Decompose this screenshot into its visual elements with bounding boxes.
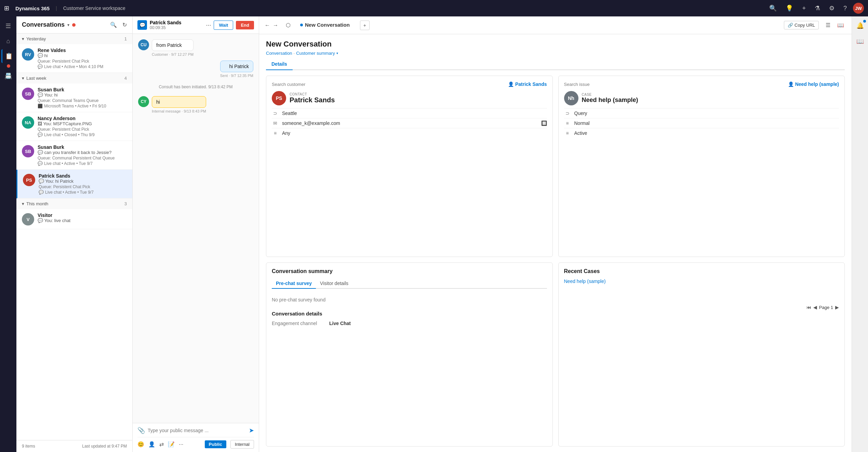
recent-cases-title: Recent Cases <box>564 268 839 274</box>
msg-bubble-internal-hi: hi <box>152 96 206 108</box>
pop-out-icon[interactable]: ⬡ <box>286 22 291 28</box>
person-icon[interactable]: 👤 <box>148 441 155 448</box>
conv-status-susan2: 💬 Live chat • Active • Tue 9/7 <box>38 161 127 166</box>
contact-location: Seattle <box>282 111 297 116</box>
chat-timer: 00:09:35 <box>150 25 203 30</box>
attachment-icon[interactable]: 📎 <box>137 427 145 434</box>
conversations-chevron[interactable]: ▾ <box>67 23 69 27</box>
forward-icon[interactable]: → <box>273 22 278 28</box>
breadcrumb-chevron[interactable]: ▾ <box>336 51 338 55</box>
case-contact-row: Nh Case Need help (sample) <box>564 91 839 105</box>
sidebar-search-icon[interactable]: 🔍 <box>110 22 117 28</box>
contact-any: Any <box>282 130 290 136</box>
first-page-icon[interactable]: ⏮ <box>806 305 811 310</box>
end-button[interactable]: End <box>236 21 254 29</box>
internal-button[interactable]: Internal <box>230 440 254 449</box>
notes-icon[interactable]: 📝 <box>168 441 175 448</box>
chat-icon-nancy: 💬 <box>38 132 43 137</box>
customer-search-value[interactable]: 👤 Patrick Sands <box>508 81 547 87</box>
send-icon[interactable]: ➤ <box>249 427 254 434</box>
help-icon[interactable]: ? <box>843 5 847 12</box>
any-icon: ≡ <box>272 130 279 136</box>
sidebar-conversations-icon[interactable]: 📋 <box>1 49 15 63</box>
chat-contact-name: Patrick Sands <box>150 20 203 25</box>
group-thismonth[interactable]: ▾ This month 3 <box>16 198 132 209</box>
conv-item-nancy[interactable]: NA Nancy Anderson 🖼 You: MSFTCapture.PNG… <box>16 112 132 141</box>
chat-panel: 💬 Patrick Sands 00:09:35 ··· Wait End CU… <box>133 16 259 452</box>
search-icon[interactable]: 🔍 <box>769 4 777 12</box>
case-name: Need help (sample) <box>582 96 638 104</box>
case-detail-normal: ≡ Normal <box>564 118 839 128</box>
tab-dot <box>300 24 303 26</box>
tab-new-conversation[interactable]: New Conversation <box>295 20 355 30</box>
conv-avatar-v: V <box>22 213 34 225</box>
conv-name-rene: Rene Valdes <box>38 48 127 53</box>
sidebar-home-icon[interactable]: ☰ <box>1 19 15 33</box>
plus-icon[interactable]: + <box>802 5 806 12</box>
conv-item-susan2[interactable]: SB Susan Burk 💬 can you transfer it back… <box>16 141 132 170</box>
conv-item-patrick[interactable]: PS Patrick Sands 💬 You: hi Patrick Queue… <box>16 170 132 198</box>
sidebar-refresh-icon[interactable]: ↻ <box>122 22 127 28</box>
far-left-sidebar: ☰ ⌂ 📋 📇 <box>0 16 16 452</box>
tab-add-button[interactable]: + <box>360 21 370 30</box>
group-lastweek[interactable]: ▾ Last week 4 <box>16 73 132 83</box>
prev-page-icon[interactable]: ◀ <box>813 305 817 310</box>
email-copy-icon[interactable]: 🔲 <box>541 120 547 126</box>
msg-content-internal-hi: hi Internal message · 9/13 8:43 PM <box>152 96 206 113</box>
filter-icon[interactable]: ⚗ <box>815 4 820 12</box>
notifications-icon[interactable]: 🔔 <box>854 19 867 32</box>
side-panel-icon[interactable]: ☰ <box>826 22 830 28</box>
chat-header-actions: ··· Wait End <box>206 21 254 30</box>
conv-info-susan1: Susan Burk 💬 You: hi Queue: Communal Tea… <box>38 87 127 108</box>
breadcrumb-summary[interactable]: Customer summary <box>296 51 335 56</box>
tab-details[interactable]: Details <box>266 59 293 70</box>
chat-header: 💬 Patrick Sands 00:09:35 ··· Wait End <box>133 16 259 34</box>
tab-visitor-details[interactable]: Visitor details <box>316 279 352 289</box>
breadcrumb-conversation[interactable]: Conversation <box>266 51 292 56</box>
chat-input[interactable] <box>148 428 246 433</box>
user-avatar[interactable]: JW <box>853 3 864 14</box>
conv-name-nancy: Nancy Anderson <box>38 116 127 121</box>
chat-dots-menu[interactable]: ··· <box>206 22 211 29</box>
conv-queue-susan2: Queue: Communal Persistent Chat Queue <box>38 156 127 160</box>
page-title: New Conversation <box>266 40 845 49</box>
lightbulb-icon[interactable]: 💡 <box>786 4 793 12</box>
recent-case-link[interactable]: Need help (sample) <box>564 279 839 284</box>
chat-input-area: 📎 ➤ 😊 👤 ⇄ 📝 ··· Public Internal <box>133 423 259 452</box>
public-button[interactable]: Public <box>205 440 226 448</box>
grid-icon[interactable]: ⊞ <box>4 4 9 12</box>
rp-title-area: New Conversation Conversation · Customer… <box>259 34 852 70</box>
contact-detail-location: ⊃ Seattle <box>272 108 547 118</box>
conv-item-susan1[interactable]: SB Susan Burk 💬 You: hi Queue: Communal … <box>16 83 132 112</box>
sidebar-home2-icon[interactable]: ⌂ <box>1 34 15 48</box>
customer-person-icon: 👤 <box>508 81 514 87</box>
app-name: Dynamics 365 <box>15 5 50 11</box>
kb-icon[interactable]: 📖 <box>837 22 844 28</box>
conversations-header: Conversations ▾ 🔍 ↻ <box>16 16 132 34</box>
conv-info-susan2: Susan Burk 💬 can you transfer it back to… <box>38 144 127 166</box>
sidebar-contacts-icon[interactable]: 📇 <box>1 69 15 83</box>
back-icon[interactable]: ← <box>265 22 270 28</box>
emoji-icon[interactable]: 😊 <box>137 441 144 448</box>
conv-item-rene[interactable]: RV Rene Valdes 💬 hi Queue: Persistent Ch… <box>16 44 132 73</box>
tab-prechat-survey[interactable]: Pre-chat survey <box>272 279 316 289</box>
contact-avatar: PS <box>272 91 286 105</box>
next-page-icon[interactable]: ▶ <box>835 305 839 310</box>
case-search-value[interactable]: 👤 Need help (sample) <box>788 81 839 87</box>
group-thismonth-label: This month <box>26 201 48 206</box>
group-yesterday[interactable]: ▾ Yesterday 1 <box>16 34 132 44</box>
chat-icon-patrick: 💬 <box>39 190 44 195</box>
case-search-label: Search issue <box>564 82 590 87</box>
case-normal-icon: ≡ <box>564 120 571 126</box>
more-tools-icon[interactable]: ··· <box>179 441 183 448</box>
copy-url-button[interactable]: 🔗 Copy URL <box>784 21 819 29</box>
conv-info-visitor: Visitor 💬 You: live chat <box>38 212 127 223</box>
conv-item-visitor[interactable]: V Visitor 💬 You: live chat <box>16 209 132 229</box>
transfer-icon[interactable]: ⇄ <box>159 441 164 448</box>
conversations-title: Conversations <box>22 21 65 28</box>
settings-icon[interactable]: ⚙ <box>829 4 834 12</box>
message-hi-patrick: hi Patrick Sent · 9/7 12:35 PM <box>138 61 253 78</box>
kb-panel-icon[interactable]: 📖 <box>854 35 867 48</box>
wait-button[interactable]: Wait <box>214 21 233 30</box>
workspace-name: Customer Service workspace <box>63 5 125 11</box>
